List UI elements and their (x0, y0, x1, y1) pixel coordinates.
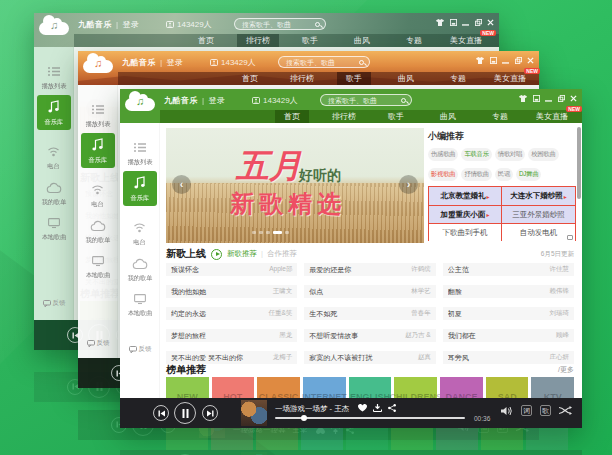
share-icon[interactable] (388, 404, 396, 412)
search-input[interactable]: 搜索歌手、歌曲 (320, 94, 412, 106)
search-icon[interactable] (401, 98, 407, 104)
minimize-icon[interactable] (502, 57, 509, 64)
tab-5[interactable]: 美女直播NEW (484, 72, 536, 85)
tag-pill[interactable]: 伤感歌曲 (428, 148, 458, 161)
skin-icon[interactable] (436, 19, 444, 26)
prev-button[interactable] (153, 405, 169, 421)
skin-icon[interactable] (519, 95, 527, 102)
chart-tile-childrens[interactable]: CHILDRENS (394, 377, 437, 398)
mini-mode-icon[interactable] (490, 57, 497, 64)
maximize-icon[interactable] (558, 95, 565, 102)
skin-icon[interactable] (476, 57, 484, 64)
tag-pill[interactable]: 车载音乐 (461, 148, 491, 161)
more-link[interactable]: /更多 (558, 365, 574, 375)
sidebar-item-music-library[interactable]: 音乐库 (81, 133, 115, 168)
tag-pill[interactable]: DJ舞曲 (516, 168, 542, 181)
lyrics-button[interactable]: 词 (521, 405, 532, 416)
promo-banner[interactable]: 五月 好听的 新歌精选 ‹ › (166, 128, 424, 243)
tab-4[interactable]: 专题 (474, 110, 526, 123)
login-link[interactable]: 登录 (123, 20, 140, 29)
minimize-icon[interactable] (545, 95, 552, 102)
volume-icon[interactable] (501, 406, 513, 416)
tag-pill[interactable]: 民谣 (495, 168, 513, 181)
song-row[interactable]: 最爱的还是你许鹤缤 (304, 263, 435, 276)
tab-3[interactable]: 曲风 (380, 72, 432, 85)
sidebar-item-playlist[interactable]: 播放列表 (120, 139, 159, 167)
sidebar-item-radio[interactable]: 电台 (34, 143, 73, 171)
sidebar-item-music-library[interactable]: 音乐库 (37, 95, 71, 130)
song-row[interactable]: 我的他如她王啸文 (166, 285, 297, 298)
chart-tile-ktv[interactable]: KTV (531, 377, 574, 398)
song-button[interactable]: 歌 (540, 405, 551, 416)
song-row[interactable]: 翻脸赖伟锋 (443, 285, 574, 298)
maximize-icon[interactable] (475, 19, 482, 26)
tab-3[interactable]: 曲风 (422, 110, 474, 123)
tag-pill[interactable]: 校园歌曲 (528, 148, 558, 161)
feedback-link[interactable]: 反馈 (78, 339, 118, 348)
sidebar-item-my-playlists[interactable]: 我的歌单 (34, 179, 73, 207)
chart-tile-sad[interactable]: SAD (486, 377, 529, 398)
sidebar-item-radio[interactable]: 电台 (78, 181, 117, 209)
ad-link[interactable]: 大连水下婚纱照▸ (502, 187, 575, 205)
search-icon[interactable] (359, 60, 365, 66)
carousel-dots[interactable] (252, 231, 289, 234)
maximize-icon[interactable] (515, 57, 522, 64)
ad-link[interactable]: 加盟重庆小面▸ (429, 205, 502, 223)
progress-bar[interactable] (275, 417, 465, 419)
sidebar-item-my-playlists[interactable]: 我的歌单 (78, 217, 117, 245)
tag-pill[interactable]: 影视歌曲 (428, 168, 458, 181)
carousel-next-arrow[interactable]: › (399, 175, 418, 194)
tab-1[interactable]: 排行榜 (232, 34, 284, 47)
tab-4[interactable]: 专题 (388, 34, 440, 47)
minimize-icon[interactable] (462, 19, 469, 26)
song-row[interactable]: 约定的永远任重&笑 (166, 307, 297, 320)
tab-0[interactable]: 首页 (266, 110, 318, 123)
tab-5[interactable]: 美女直播NEW (526, 110, 578, 123)
login-link[interactable]: 登录 (209, 96, 226, 105)
song-row[interactable]: 预谋怀念Apple邵 (166, 263, 297, 276)
song-row[interactable]: 初夏刘瑞琦 (443, 307, 574, 320)
next-button[interactable] (202, 405, 218, 421)
sidebar-item-radio[interactable]: 电台 (120, 219, 159, 247)
sidebar-item-playlist[interactable]: 播放列表 (78, 101, 117, 129)
tab-4[interactable]: 专题 (432, 72, 484, 85)
pause-button[interactable] (174, 402, 196, 424)
sidebar-item-playlist[interactable]: 播放列表 (34, 63, 73, 91)
ad-link[interactable]: 三亚外景婚纱照 (502, 205, 575, 223)
tab-1[interactable]: 排行榜 (276, 72, 328, 85)
tab-1[interactable]: 排行榜 (318, 110, 370, 123)
close-icon[interactable] (527, 57, 534, 64)
tab-new-recommend[interactable]: 新歌推荐 (227, 249, 257, 258)
search-input[interactable]: 搜索歌手、歌曲 (278, 56, 370, 68)
tab-0[interactable]: 首页 (224, 72, 276, 85)
tab-2[interactable]: 歌手 (370, 110, 422, 123)
ad-link[interactable]: 下歌曲到手机 (429, 223, 502, 241)
chart-tile-hot[interactable]: HOT (212, 377, 255, 398)
scrollbar-thumb[interactable] (577, 127, 581, 199)
tab-2[interactable]: 歌手 (328, 72, 380, 85)
sidebar-item-music-library[interactable]: 音乐库 (123, 171, 157, 206)
carousel-prev-arrow[interactable]: ‹ (172, 175, 191, 194)
tab-3[interactable]: 曲风 (336, 34, 388, 47)
search-icon[interactable] (315, 22, 321, 28)
search-input[interactable]: 搜索歌手、歌曲 (234, 18, 326, 30)
chart-tile-new[interactable]: NEW (166, 377, 209, 398)
download-icon[interactable] (373, 404, 382, 412)
tag-pill[interactable]: 抒情歌曲 (461, 168, 491, 181)
album-art[interactable] (241, 400, 267, 426)
mini-mode-icon[interactable] (450, 19, 457, 26)
sidebar-item-local-songs[interactable]: 本地歌曲 (78, 252, 117, 280)
favorite-icon[interactable] (358, 404, 367, 412)
shuffle-icon[interactable] (559, 406, 572, 415)
ad-link[interactable]: 自动发电机 (502, 223, 575, 241)
song-row[interactable]: 我们都在顾峰 (443, 329, 574, 342)
sidebar-item-my-playlists[interactable]: 我的歌单 (120, 255, 159, 283)
tab-2[interactable]: 歌手 (284, 34, 336, 47)
tab-0[interactable]: 首页 (180, 34, 232, 47)
chart-tile-classic[interactable]: CLASSIC (257, 377, 300, 398)
song-row[interactable]: 梦想的旅程黑龙 (166, 329, 297, 342)
sidebar-item-local-songs[interactable]: 本地歌曲 (34, 214, 73, 242)
tab-5[interactable]: 美女直播NEW (440, 34, 492, 47)
song-row[interactable]: 不想听爱情故事赵乃吉 & (304, 329, 435, 342)
close-icon[interactable] (570, 95, 577, 102)
